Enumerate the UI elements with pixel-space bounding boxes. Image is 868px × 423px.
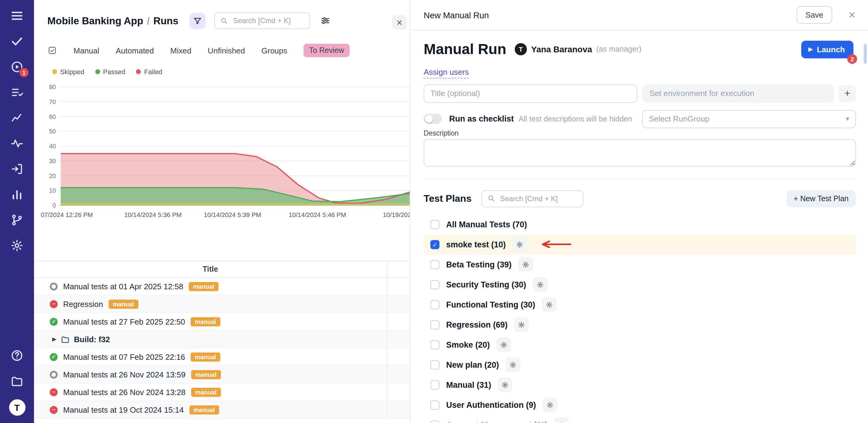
run-title-input[interactable] (424, 84, 637, 103)
settings-icon[interactable] (10, 238, 24, 253)
test-plan-row: Beta Testing (39) (424, 255, 856, 275)
branches-icon[interactable] (10, 213, 24, 227)
assign-users-link[interactable]: Assign users (424, 67, 469, 78)
select-all-icon[interactable] (48, 46, 57, 55)
run-as-checklist-toggle[interactable] (424, 114, 442, 124)
test-plan-checkbox[interactable] (430, 340, 439, 349)
svg-text:50: 50 (49, 128, 56, 135)
scrollbar-thumb[interactable] (864, 44, 867, 64)
launch-button[interactable]: ▶ Launch 2 (801, 41, 854, 58)
runs-search[interactable] (214, 12, 310, 29)
test-plan-label[interactable]: smoke test (10) (446, 240, 506, 249)
runs-search-input[interactable] (232, 16, 304, 26)
test-plan-checkbox[interactable] (430, 220, 439, 229)
test-plan-checkbox[interactable] (430, 280, 439, 289)
test-plans-search[interactable] (482, 190, 583, 207)
test-plan-label[interactable]: Account Management (11) (446, 421, 548, 422)
display-settings-button[interactable] (320, 15, 331, 26)
manager-avatar: T (515, 43, 527, 55)
test-plan-settings-button[interactable] (533, 277, 548, 292)
tab-unfinished[interactable]: Unfinished (208, 46, 245, 55)
test-plan-checkbox[interactable] (430, 400, 439, 410)
tab-manual[interactable]: Manual (73, 46, 99, 55)
environment-input[interactable] (642, 84, 834, 103)
test-plan-label[interactable]: Functional Testing (30) (446, 300, 535, 309)
import-icon[interactable] (10, 162, 24, 176)
test-plan-settings-button[interactable] (542, 398, 557, 412)
test-plan-label[interactable]: Beta Testing (39) (446, 260, 512, 269)
svg-text:30: 30 (49, 158, 56, 164)
tab-groups[interactable]: Groups (261, 46, 287, 55)
test-plan-settings-button[interactable] (542, 298, 557, 312)
test-plan-checkbox[interactable] (430, 260, 439, 269)
test-plan-label[interactable]: Security Testing (30) (446, 280, 526, 289)
table-row[interactable]: ✓Manual tests at 27 Feb 2025 22:50manual (34, 313, 410, 331)
test-plans-icon[interactable] (10, 85, 24, 100)
app-logo[interactable]: T (9, 399, 25, 416)
description-label: Description (424, 130, 856, 137)
analytics-icon[interactable] (10, 111, 24, 125)
projects-icon[interactable] (10, 374, 24, 388)
run-heading-row: Manual Run T Yana Baranova (as manager) … (424, 39, 856, 60)
run-form-row-1: + (424, 84, 856, 103)
table-row[interactable]: −Regressionmanual (34, 295, 410, 313)
test-plan-settings-button[interactable] (513, 237, 527, 252)
test-plan-label[interactable]: User Authentication (9) (446, 400, 536, 410)
run-type-badge: manual (191, 317, 220, 326)
test-plan-label[interactable]: New plan (20) (446, 360, 499, 369)
run-status-passed-icon: ✓ (50, 317, 58, 326)
test-plan-label[interactable]: Smoke (20) (446, 340, 490, 349)
test-plan-row: User Authentication (9) (424, 395, 856, 415)
test-plan-settings-button[interactable] (498, 378, 513, 392)
table-row[interactable]: Manual tests at 01 Apr 2025 12:58manual (34, 278, 410, 295)
close-drawer-button[interactable]: ✕ (845, 8, 860, 22)
test-plan-checkbox[interactable] (430, 380, 439, 390)
chart-x-axis-labels: 07/2024 12:26 PM10/14/2024 5:36 PM10/14/… (34, 211, 410, 219)
test-plan-row: Account Management (11) (424, 415, 856, 422)
help-icon[interactable] (10, 348, 24, 363)
test-plan-settings-button[interactable] (515, 317, 529, 332)
filter-button[interactable] (189, 12, 206, 29)
table-row[interactable]: Manual tests at 26 Nov 2024 13:59manual (34, 366, 410, 384)
close-runs-panel-button[interactable]: ✕ (392, 15, 407, 30)
breadcrumb: Mobile Banking App/Runs (48, 15, 179, 26)
test-plan-checkbox[interactable]: ✓ (430, 240, 439, 249)
test-plan-label[interactable]: All Manual Tests (70) (446, 220, 527, 229)
tab-mixed[interactable]: Mixed (170, 46, 191, 55)
tests-icon[interactable] (10, 34, 24, 49)
test-plan-label[interactable]: Manual (31) (446, 380, 491, 390)
description-textarea[interactable] (424, 139, 856, 167)
table-row[interactable]: −Manual tests at 26 Nov 2024 13:28manual (34, 384, 410, 401)
tab-automated[interactable]: Automated (116, 46, 154, 55)
test-plan-checkbox[interactable] (430, 360, 439, 369)
menu-icon[interactable] (10, 8, 24, 23)
folder-row[interactable]: ▶Build: f32 (34, 331, 410, 348)
pulse-icon[interactable] (10, 136, 24, 151)
test-plan-checkbox[interactable] (430, 421, 439, 422)
test-plan-settings-button[interactable] (497, 338, 511, 352)
rungroup-select[interactable]: Select RunGroup ▾ (642, 110, 856, 128)
reports-icon[interactable] (10, 187, 24, 202)
test-plan-label[interactable]: Regression (69) (446, 320, 508, 330)
chevron-down-icon: ▾ (846, 115, 849, 123)
add-environment-button[interactable]: + (839, 85, 856, 102)
new-test-plan-button[interactable]: + New Test Plan (786, 190, 856, 207)
save-button[interactable]: Save (796, 6, 833, 24)
test-plan-settings-button[interactable] (518, 257, 533, 272)
test-plans-heading: Test Plans (424, 193, 472, 204)
test-plan-row: All Manual Tests (70) (424, 215, 856, 234)
test-plans-search-input[interactable] (499, 194, 577, 204)
annotation-step-2-badge: 2 (847, 54, 857, 64)
test-plan-settings-button[interactable] (506, 358, 520, 372)
test-plan-checkbox[interactable] (430, 300, 439, 309)
runs-icon[interactable]: 1 (10, 60, 24, 74)
caret-right-icon[interactable]: ▶ (52, 336, 57, 342)
tab-to-review[interactable]: To Review (304, 44, 350, 57)
test-plan-checkbox[interactable] (430, 320, 439, 330)
test-plan-settings-button[interactable] (555, 418, 569, 422)
table-row[interactable]: −Manual tests at 19 Oct 2024 15:14manual (34, 401, 410, 419)
legend-label: Failed (144, 68, 162, 75)
breadcrumb-project[interactable]: Mobile Banking App (48, 15, 143, 26)
checklist-label: Run as checklist (449, 115, 514, 124)
table-row[interactable]: ✓Manual tests at 07 Feb 2025 22:16manual (34, 348, 410, 366)
